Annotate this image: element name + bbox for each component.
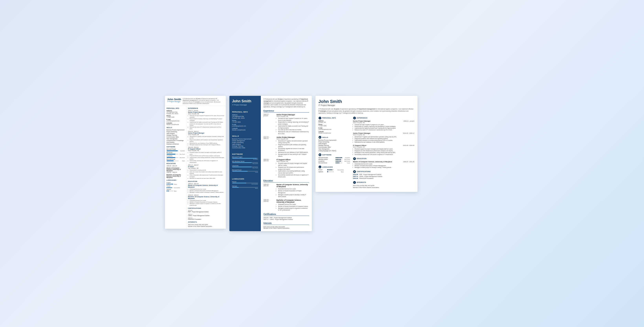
card2-exp-1: 2006-12 -present Senior Project Manager … xyxy=(264,114,309,135)
card2-name: John Smith xyxy=(232,100,258,103)
card2-cert-section: Certifications xyxy=(264,213,309,216)
card3-skills-section: ■ Skills xyxy=(318,136,350,139)
card2-linkedin-label: LinkedIn xyxy=(232,128,258,129)
card1-right-col: Experience 2006-12 - present Senior Proj… xyxy=(186,106,226,229)
card2-sidebar-header: John Smith IT Project Manager xyxy=(230,96,261,108)
card2-interests-text: Avid cross country skier and cyclist. Me… xyxy=(264,226,309,229)
card2-sw-1: Microsoft Project Excellent xyxy=(232,156,258,160)
card1-edu-section: Education xyxy=(188,180,224,182)
card1-education-section: Education xyxy=(166,162,185,164)
resume-card-1: John Smith IT Project Manager IT Profess… xyxy=(165,96,226,229)
card3-address-label: Address xyxy=(318,120,350,122)
card3-sw-1: Microsoft Project Excellent xyxy=(318,157,350,158)
card2-edu-section: Education xyxy=(264,180,309,182)
card3-languages-section: ▲ Languages xyxy=(318,166,350,168)
card1-sw-1: Microsoft Project xyxy=(166,148,185,150)
card3-phone-label: Phone xyxy=(318,124,350,125)
card1-interests-text: Avid cross country skier and cyclist. Me… xyxy=(188,224,224,227)
card2-skills-label: Skills xyxy=(232,134,258,137)
card1-phone: 774-987-4009 xyxy=(166,116,185,118)
card2-exp-section: Experience xyxy=(264,110,309,112)
card3-software-section: ◆ Software xyxy=(318,154,350,156)
card1-address: 134 Rightward WayPortland, ME, 04019 xyxy=(166,111,185,115)
card2-title: IT Project Manager xyxy=(232,104,258,106)
card2-personal-info-section: Personal Info Address 134 Rightward WayP… xyxy=(230,108,261,132)
card3-experience-section: ● Experience xyxy=(353,117,414,120)
card2-skills-section: Skills Business Process Improvement Vend… xyxy=(230,132,261,150)
card3-title: IT Project Manager xyxy=(318,104,414,106)
card2-phone-label: Phone xyxy=(232,120,258,121)
card2-exp-3: 2002-08 -2004-09 IT Support Officer Seto… xyxy=(264,159,309,178)
card2-lang-1: French Intermediate xyxy=(232,181,258,184)
card3-name: John Smith xyxy=(318,99,414,104)
skill-2: Project Scheduling xyxy=(166,131,185,132)
exp-entry-3: 2002-08 - 2004-09 IT Support Officer Set… xyxy=(188,147,224,163)
skill-3: Sales Analysis xyxy=(166,133,185,134)
card3-cert-1: 2010-05 PMP - Project Management Institu… xyxy=(353,174,414,175)
card2-inner: John Smith IT Project Manager Personal I… xyxy=(230,96,312,231)
card3-edu-1: Master of Computer Science, University o… xyxy=(353,161,414,168)
card2-summary: IT Professional with over 10 years of ex… xyxy=(264,98,309,108)
card3-lang-1: French Intermediate xyxy=(318,169,350,170)
card3-lang-2: Spanish Basic xyxy=(318,171,350,172)
card3-edu-section: ■ Education xyxy=(353,157,414,160)
card2-lang-2: German Basic xyxy=(232,186,258,189)
card1-body: Personal Info Address 134 Rightward WayP… xyxy=(165,106,226,229)
card1-cert-section: Certifications xyxy=(188,208,224,209)
card3-body: ○ Personal Info Address Portland, ME Pho… xyxy=(318,117,414,189)
card3-sw-2: Windows Server Very Good xyxy=(318,159,350,160)
card1-interests-section: Interests xyxy=(188,221,224,223)
card1-header: John Smith IT Project Manager IT Profess… xyxy=(165,96,226,106)
card2-personal-info-label: Personal Info xyxy=(232,110,258,113)
card1-linkedin-label: LinkedIn xyxy=(166,122,185,124)
card1-sw-3: Linux/Unix xyxy=(166,155,185,156)
card1-address-label: Address xyxy=(166,110,185,111)
exp-entry-1: 2006-12 - present Senior Project Manager… xyxy=(188,110,224,130)
card1-summary: IT Professional with over 10 years of ex… xyxy=(183,98,223,104)
card3-exp-2: Junior Project Manager 2004-09 - 2006-12… xyxy=(353,132,414,143)
card3-email-label: E-mail xyxy=(318,127,350,129)
card3-linkedin-label: LinkedIn xyxy=(318,131,350,132)
card3-right: ● Experience Senior Project Manager 2006… xyxy=(353,117,414,189)
card3-cert-section: ◆ Certifications xyxy=(353,170,414,173)
card1-software-section: Software xyxy=(166,146,185,148)
resume-card-3: John Smith IT Project Manager IT Profess… xyxy=(316,96,418,192)
card3-sw-3: Linux/Unix Very Good xyxy=(318,160,350,162)
skill-8: Issue tracking xyxy=(166,142,185,143)
card2-main-content: IT Professional with over 10 years of ex… xyxy=(261,96,312,231)
card3-interests-text: Avid cross country skier and cyclist. Me… xyxy=(353,184,414,189)
card1-linkedin: linkedin.com/johnsutw xyxy=(166,124,185,125)
card3-left: ○ Personal Info Address Portland, ME Pho… xyxy=(318,117,350,189)
skill-4: Strategic Planning xyxy=(166,134,185,136)
card2-exp-2: 2004-09 -2006-12 Junior Project Manager … xyxy=(264,136,309,157)
card1-experience-section: Experience xyxy=(188,108,224,109)
edu-entry-1: 1999-09 - 2001-05 Master of Computer Sci… xyxy=(188,183,224,193)
card2-email: j.smith@uptowork.com xyxy=(232,125,258,127)
card3-cert-3: 2003-04 PRINCE2® Foundation xyxy=(353,178,414,179)
card3-personal-section: ○ Personal Info xyxy=(318,117,350,120)
skill-5: Communication Skills xyxy=(166,136,185,138)
card3-interests-section: ● Interests xyxy=(353,181,414,184)
card3-sw-4: Microsoft Excel Good xyxy=(318,162,350,164)
card2-interests-section: Interests xyxy=(264,222,309,225)
card2-linkedin: linkedin.com/johnsutw xyxy=(232,129,258,131)
skill-1: Business Process Improvement xyxy=(166,129,185,130)
card2-software-label: Software xyxy=(232,152,258,155)
card1-skills-section: Skills xyxy=(166,127,185,128)
card2-phone: 774-987-4009 xyxy=(232,121,258,123)
card1-email-label: E-mail xyxy=(166,119,185,120)
card2-software-section: Software Microsoft Project Excellent MS … xyxy=(230,150,261,175)
card2-languages-section: Languages French Intermediate German Bas… xyxy=(230,175,261,191)
card1-phone-label: Phone xyxy=(166,115,185,116)
card1-sw-4: Microsoft Excel xyxy=(166,158,185,160)
card1-languages-section: Languages xyxy=(166,179,185,181)
card2-sw-3: Linux/Unix Very Good xyxy=(232,165,258,168)
card2-edu-1: 1999-09 -2001-05 Master of Computer Scie… xyxy=(264,184,309,198)
card2-edu-2: 1996-09 -1999-06 Bachelor of Computer Sc… xyxy=(264,199,309,211)
card1-name: John Smith xyxy=(167,98,181,101)
exp-entry-4: 2001-10 - 2002-07 IT Intern Fast Softwar… xyxy=(188,164,224,179)
card1-left-col: Personal Info Address 134 Rightward WayP… xyxy=(165,106,186,229)
card3-summary: IT Professional with over 10 years of ex… xyxy=(318,108,414,114)
card2-email-label: E-mail xyxy=(232,124,258,125)
card2-sw-4: Microsoft Excel Good xyxy=(232,169,258,173)
